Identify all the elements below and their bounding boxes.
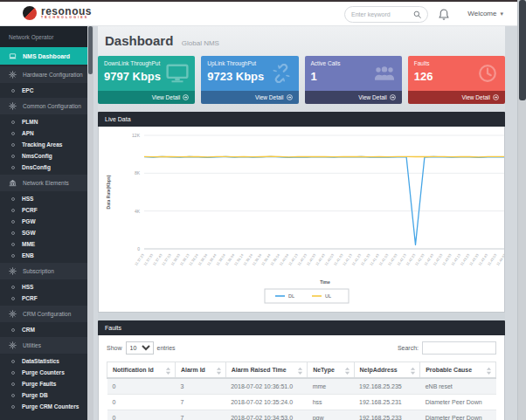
- column-header-label: Alarm Raised Time: [232, 367, 287, 373]
- table-cell: 192.168.25.231: [354, 395, 420, 410]
- sidebar-item-network-elements[interactable]: Network Elements: [0, 175, 87, 191]
- live-data-chart: 04K8K12K11.37.2311.37.3311.37.4311.37.53…: [98, 127, 505, 313]
- sidebar-item-label: PCRF: [22, 207, 38, 213]
- legend-label: DL: [288, 293, 294, 299]
- sidebar-item-subscription[interactable]: Subscription: [0, 263, 87, 279]
- sidebar-item-tracking-areas[interactable]: Tracking Areas: [0, 139, 87, 150]
- y-tick-label: 4K: [135, 209, 141, 214]
- table-row[interactable]: 072018-07-02 10:35:24.0hss192.168.25.231…: [107, 395, 496, 410]
- sidebar-item-label: PCRF: [22, 295, 38, 301]
- table-cell: 0: [107, 395, 176, 410]
- column-header-probable-cause[interactable]: Probable Cause: [420, 362, 496, 379]
- stat-card-body: UpLink ThroughPut9723 Kbps: [201, 56, 298, 91]
- gears-icon: [9, 71, 17, 79]
- sidebar-item-nms-dashboard[interactable]: NMS Dashboard: [0, 47, 87, 65]
- table-cell: pgw: [308, 410, 354, 420]
- table-row[interactable]: 072018-07-02 10:34:53.0pgw192.168.25.233…: [107, 410, 496, 420]
- view-detail-button[interactable]: View Detail: [408, 91, 505, 104]
- bullet-icon: [11, 360, 15, 363]
- keyword-search: [344, 6, 428, 23]
- view-detail-label: View Detail: [152, 94, 180, 100]
- view-detail-button[interactable]: View Detail: [98, 91, 195, 104]
- sidebar-item-mme[interactable]: MME: [0, 238, 87, 250]
- page-title: Dashboard: [105, 33, 173, 48]
- sidebar-item-nmsconfig[interactable]: NmsConfig: [0, 150, 87, 162]
- sort-icon[interactable]: [344, 367, 350, 375]
- sidebar-scrollbar[interactable]: [87, 26, 93, 420]
- table-cell: Diameter Peer Down: [420, 410, 496, 420]
- sidebar-item-purge-db[interactable]: Purge DB: [0, 389, 87, 401]
- main-content: Dashboard Global NMS DownLink ThroughPut…: [98, 26, 505, 420]
- sidebar-scrollbar-thumb[interactable]: [88, 26, 93, 74]
- page-size-select[interactable]: 10: [126, 341, 154, 355]
- sort-icon[interactable]: [297, 367, 303, 375]
- column-header-netype[interactable]: NeType: [308, 362, 354, 379]
- sidebar-item-label: MME: [22, 241, 35, 247]
- bullet-icon: [11, 297, 15, 300]
- live-data-panel-title: Live Data: [98, 112, 505, 127]
- faults-panel-title: Faults: [98, 320, 505, 335]
- table-search-input[interactable]: [422, 341, 496, 355]
- sidebar-item-label: NMS Dashboard: [23, 53, 70, 59]
- sidebar-item-pcrf[interactable]: PCRF: [0, 293, 87, 304]
- view-detail-icon: [287, 94, 293, 100]
- sidebar-item-sgw[interactable]: SGW: [0, 227, 87, 238]
- sort-icon[interactable]: [410, 367, 416, 375]
- sidebar-item-pgw[interactable]: PGW: [0, 216, 87, 227]
- view-detail-icon: [390, 94, 396, 100]
- stat-card-faults: Faults126View Detail: [408, 56, 505, 104]
- page-scrollbar-thumb[interactable]: [519, 0, 526, 100]
- show-label: Show: [107, 345, 122, 351]
- stat-card-downlink-throughput: DownLink ThroughPut9797 KbpsView Detail: [98, 56, 195, 104]
- sidebar-item-purge-counters[interactable]: Purge Counters: [0, 367, 87, 378]
- table-header-row: Notification IdAlarm IdAlarm Raised Time…: [107, 362, 496, 379]
- sidebar-item-common-configuration[interactable]: Common Configuration: [0, 98, 87, 114]
- sidebar-item-pcrf[interactable]: PCRF: [0, 204, 87, 216]
- notification-bell-icon[interactable]: [439, 9, 449, 21]
- sidebar-item-hardware-configuration[interactable]: Hardware Configuration: [0, 66, 87, 83]
- sidebar-item-purge-crm-counters[interactable]: Purge CRM Counters: [0, 401, 87, 412]
- sidebar-item-dnsconfig[interactable]: DnsConfig: [0, 162, 87, 173]
- page-scrollbar[interactable]: [517, 0, 526, 420]
- bullet-icon: [11, 254, 15, 258]
- sidebar-item-label: Purge Counters: [22, 369, 65, 375]
- column-header-notification-id[interactable]: Notification Id: [107, 362, 176, 379]
- table-cell: 2018-07-02 10:36:51.0: [225, 378, 307, 395]
- sidebar-item-epc[interactable]: EPC: [0, 85, 87, 96]
- view-detail-button[interactable]: View Detail: [305, 91, 402, 104]
- column-header-neipaddress[interactable]: NeIpAddress: [354, 362, 420, 379]
- sidebar-item-label: CRM Configuration: [23, 311, 71, 317]
- monitor-icon: [166, 64, 189, 83]
- search-input[interactable]: [351, 11, 413, 17]
- sidebar-item-utilities[interactable]: Utilities: [0, 337, 87, 354]
- table-cell: eNB reset: [420, 378, 496, 395]
- sidebar-item-label: PGW: [22, 218, 36, 224]
- sidebar-item-datastatistics[interactable]: DataStatistics: [0, 355, 87, 367]
- stat-cards: DownLink ThroughPut9797 KbpsView DetailU…: [98, 56, 505, 104]
- column-header-alarm-id[interactable]: Alarm Id: [175, 362, 225, 379]
- sidebar-item-apn[interactable]: APN: [0, 127, 87, 139]
- sidebar-item-crm-configuration[interactable]: CRM Configuration: [0, 306, 87, 322]
- column-header-alarm-raised-time[interactable]: Alarm Raised Time: [225, 362, 307, 379]
- column-header-label: Probable Cause: [426, 367, 472, 373]
- sort-icon[interactable]: [486, 367, 492, 375]
- sort-icon[interactable]: [165, 367, 171, 375]
- sidebar-item-purge-faults[interactable]: Purge Faults: [0, 378, 87, 389]
- faults-panel-body: Show 10 entries Search: Notification IdA…: [98, 335, 505, 420]
- sidebar-item-hss[interactable]: HSS: [0, 193, 87, 204]
- table-cell: 7: [175, 395, 225, 410]
- app-logo: resonous TECHNOLOGIES: [23, 6, 92, 20]
- users-icon: [373, 64, 396, 83]
- view-detail-button[interactable]: View Detail: [201, 91, 298, 104]
- sidebar-item-plmn[interactable]: PLMN: [0, 116, 87, 127]
- search-icon[interactable]: [413, 10, 421, 18]
- table-row[interactable]: 032018-07-02 10:36:51.0mme192.168.25.235…: [107, 378, 496, 395]
- sidebar-item-crm[interactable]: CRM: [0, 324, 87, 335]
- sidebar-menu: NMS DashboardHardware ConfigurationEPCCo…: [0, 47, 87, 412]
- sidebar-item-enb[interactable]: ENB: [0, 250, 87, 261]
- broken-link-icon: [270, 64, 293, 83]
- sidebar-item-hss[interactable]: HSS: [0, 281, 87, 293]
- bullet-icon: [11, 286, 15, 289]
- sort-icon[interactable]: [216, 367, 222, 375]
- welcome-menu[interactable]: Welcome: [467, 10, 503, 17]
